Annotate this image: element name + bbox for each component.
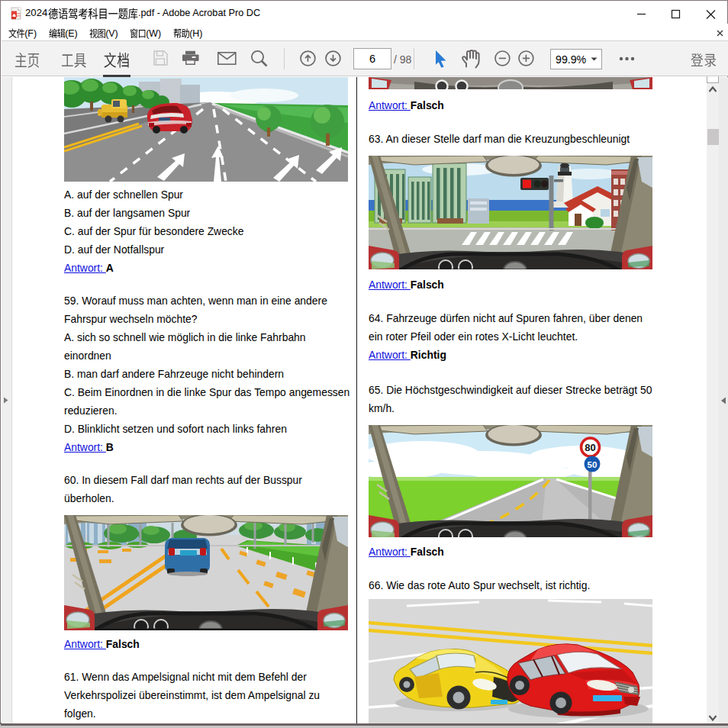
svg-text:50: 50 bbox=[588, 459, 598, 469]
svg-text:80: 80 bbox=[585, 442, 595, 453]
